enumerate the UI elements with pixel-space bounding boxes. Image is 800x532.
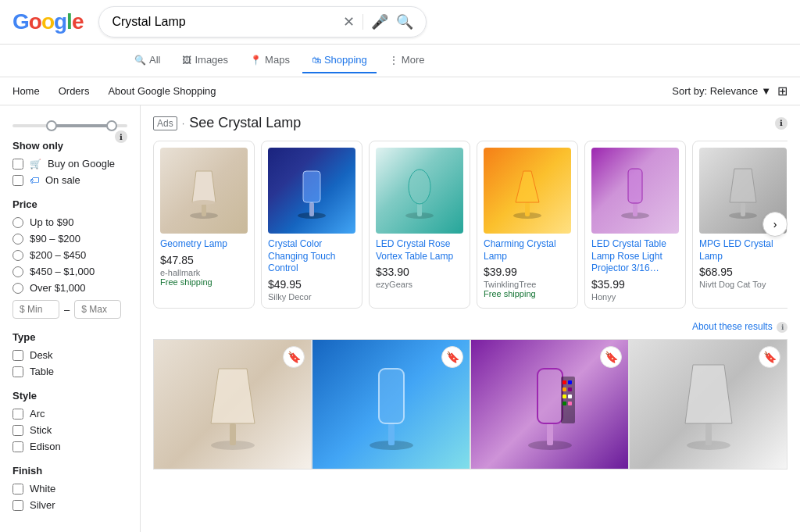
tag-icon: 🏷 bbox=[30, 175, 39, 186]
svg-rect-5 bbox=[309, 202, 314, 216]
bookmark-button-3[interactable]: 🔖 bbox=[600, 346, 622, 368]
svg-marker-2 bbox=[192, 171, 216, 202]
svg-rect-8 bbox=[417, 202, 422, 216]
style-stick-checkbox[interactable] bbox=[12, 425, 23, 436]
style-edison-checkbox[interactable] bbox=[12, 441, 23, 452]
ad-card-led-table[interactable]: LED Crystal Table Lamp Rose Light Projec… bbox=[584, 141, 686, 309]
info-icon[interactable]: ℹ bbox=[115, 130, 127, 143]
ad-card-geometry-lamp[interactable]: Geometry Lamp $47.85 e-hallmark Free shi… bbox=[153, 141, 255, 309]
lamp-svg bbox=[508, 159, 547, 222]
price-radio-200-450[interactable] bbox=[12, 250, 23, 261]
grid-view-icon[interactable]: ⊞ bbox=[777, 84, 788, 98]
carousel-next-button[interactable]: › bbox=[762, 212, 788, 237]
ad-card-price-crystal-color: $49.95 bbox=[268, 278, 355, 291]
price-200-450[interactable]: $200 – $450 bbox=[12, 249, 127, 261]
price-range-track[interactable] bbox=[12, 124, 127, 127]
ad-card-charming[interactable]: Charming Crystal Lamp $39.99 TwinklingTr… bbox=[477, 141, 578, 309]
lamp-svg bbox=[723, 159, 762, 222]
nav-orders[interactable]: Orders bbox=[59, 85, 90, 97]
google-logo: Google bbox=[12, 9, 83, 34]
finish-white[interactable]: White bbox=[12, 483, 127, 495]
lamp-svg bbox=[292, 159, 331, 222]
tab-maps[interactable]: 📍 Maps bbox=[241, 48, 299, 73]
range-thumb-right[interactable] bbox=[106, 120, 117, 131]
tab-images[interactable]: 🖼 Images bbox=[173, 48, 238, 73]
finish-silver-checkbox[interactable] bbox=[12, 500, 23, 511]
svg-rect-6 bbox=[303, 171, 320, 202]
ad-card-name-mpg-led: MPG LED Crystal Lamp bbox=[699, 238, 787, 262]
tab-shopping[interactable]: 🛍 Shopping bbox=[302, 48, 377, 73]
price-450-1000[interactable]: $450 – $1,000 bbox=[12, 266, 127, 277]
style-stick[interactable]: Stick bbox=[12, 424, 127, 436]
svg-rect-34 bbox=[568, 387, 572, 391]
nav-home[interactable]: Home bbox=[12, 85, 40, 97]
svg-rect-20 bbox=[230, 423, 236, 445]
show-only-title: Show only bbox=[12, 140, 127, 152]
ad-card-price-geometry: $47.85 bbox=[160, 254, 248, 266]
search-input[interactable] bbox=[112, 15, 337, 29]
ad-card-name-led-rose: LED Crystal Rose Vortex Table Lamp bbox=[376, 238, 463, 262]
ad-card-name-geometry: Geometry Lamp bbox=[160, 238, 248, 251]
price-radio-over-1000[interactable] bbox=[12, 283, 23, 294]
ad-card-shipping-geometry: Free shipping bbox=[160, 277, 248, 287]
finish-section: Finish White Silver bbox=[12, 465, 127, 511]
style-edison[interactable]: Edison bbox=[12, 441, 127, 452]
finish-white-checkbox[interactable] bbox=[12, 484, 23, 495]
ad-card-led-rose[interactable]: LED Crystal Rose Vortex Table Lamp $33.9… bbox=[369, 141, 470, 309]
ad-card-price-charming: $39.99 bbox=[484, 266, 571, 278]
product-card-3[interactable]: 🔖 bbox=[470, 339, 629, 470]
product-card-4[interactable]: 🔖 bbox=[629, 339, 788, 470]
svg-rect-29 bbox=[562, 380, 566, 384]
svg-rect-14 bbox=[633, 202, 638, 216]
ad-card-seller-geometry: e-hallmark bbox=[160, 268, 248, 277]
product-grid: 🔖 🔖 bbox=[153, 339, 788, 470]
ad-card-seller-led-table: Honyy bbox=[591, 292, 679, 302]
price-max-input[interactable] bbox=[74, 300, 121, 319]
search-icon[interactable]: 🔍 bbox=[396, 13, 413, 30]
about-results-link[interactable]: About these results bbox=[692, 321, 773, 332]
tab-more[interactable]: ⋮ More bbox=[380, 48, 434, 73]
bookmark-button-4[interactable]: 🔖 bbox=[759, 346, 780, 368]
about-info-icon[interactable]: ℹ bbox=[777, 322, 788, 333]
tab-all[interactable]: 🔍 All bbox=[125, 48, 170, 73]
filter-on-sale[interactable]: 🏷 On sale bbox=[12, 174, 127, 186]
price-up-90[interactable]: Up to $90 bbox=[12, 216, 127, 228]
type-desk-checkbox[interactable] bbox=[12, 350, 23, 361]
svg-rect-23 bbox=[388, 423, 395, 445]
svg-marker-18 bbox=[730, 169, 756, 202]
clear-icon[interactable]: ✕ bbox=[343, 13, 355, 30]
voice-search-icon[interactable]: 🎤 bbox=[371, 13, 388, 30]
sort-button[interactable]: Sort by: Relevance ▼ bbox=[672, 85, 771, 97]
buy-on-google-checkbox[interactable] bbox=[12, 159, 23, 170]
svg-rect-38 bbox=[705, 423, 712, 445]
price-min-input[interactable] bbox=[12, 300, 59, 319]
ads-info-icon[interactable]: ℹ bbox=[775, 117, 788, 130]
type-section: Type Desk Table bbox=[12, 331, 127, 377]
price-90-200[interactable]: $90 – $200 bbox=[12, 233, 127, 245]
range-thumb-left[interactable] bbox=[46, 120, 57, 131]
product-card-2[interactable]: 🔖 bbox=[312, 339, 470, 470]
ads-header: Ads · See Crystal Lamp ℹ bbox=[153, 115, 788, 131]
style-section: Style Arc Stick Edison bbox=[12, 390, 127, 452]
price-radio-450-1000[interactable] bbox=[12, 266, 23, 277]
price-radio-90-200[interactable] bbox=[12, 234, 23, 245]
type-table-checkbox[interactable] bbox=[12, 366, 23, 377]
style-arc-checkbox[interactable] bbox=[12, 409, 23, 420]
price-radio-up90[interactable] bbox=[12, 217, 23, 228]
ad-card-crystal-color[interactable]: Crystal Color Changing Touch Control $49… bbox=[261, 141, 362, 309]
filter-buy-on-google[interactable]: 🛒 Buy on Google bbox=[12, 158, 127, 170]
type-desk[interactable]: Desk bbox=[12, 349, 127, 361]
product-card-1[interactable]: 🔖 bbox=[153, 339, 312, 470]
top-nav: Home Orders About Google Shopping Sort b… bbox=[0, 77, 800, 105]
nav-about[interactable]: About Google Shopping bbox=[108, 85, 216, 97]
bookmark-button-2[interactable]: 🔖 bbox=[441, 346, 463, 368]
price-section: Price Up to $90 $90 – $200 $200 – $450 $… bbox=[12, 198, 127, 319]
type-table[interactable]: Table bbox=[12, 366, 127, 377]
on-sale-checkbox[interactable] bbox=[12, 175, 23, 186]
style-arc[interactable]: Arc bbox=[12, 408, 127, 420]
bookmark-button-1[interactable]: 🔖 bbox=[283, 346, 305, 368]
ad-card-name-charming: Charming Crystal Lamp bbox=[484, 238, 571, 262]
price-over-1000[interactable]: Over $1,000 bbox=[12, 282, 127, 294]
ad-card-img-charming bbox=[484, 148, 571, 234]
finish-silver[interactable]: Silver bbox=[12, 499, 127, 511]
